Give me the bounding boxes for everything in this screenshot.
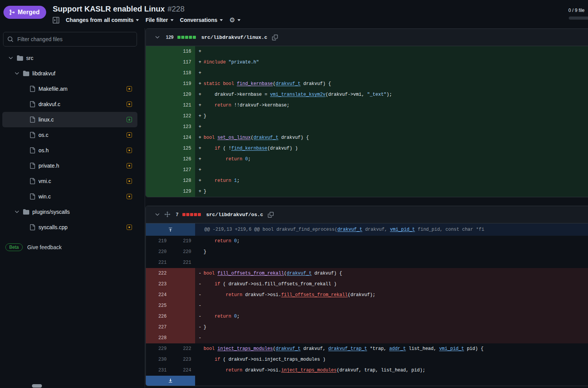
line-number-new[interactable] [170, 322, 195, 333]
expand-row [146, 376, 588, 386]
tree-file-private.h[interactable]: private.h [2, 158, 137, 173]
line-number-new[interactable]: 219 [170, 236, 195, 246]
diff-sign: + [195, 122, 204, 132]
line-number-old[interactable] [146, 132, 170, 143]
folder-icon [23, 70, 29, 77]
collapse-diff-button[interactable] [154, 34, 160, 40]
tree-folder-libdrakvuf[interactable]: libdrakvuf [2, 66, 137, 81]
caret-down-icon [237, 19, 241, 23]
line-number-old[interactable] [146, 143, 170, 154]
line-number-old[interactable]: 229 [146, 343, 170, 354]
line-number-new[interactable]: 127 [170, 165, 195, 175]
line-number-new[interactable]: 123 [170, 122, 195, 132]
line-number-old[interactable] [146, 46, 170, 57]
line-number-new[interactable]: 221 [170, 257, 195, 268]
expand-up-button[interactable] [146, 223, 195, 236]
line-number-old[interactable]: 226 [146, 311, 170, 322]
line-number-old[interactable]: 221 [146, 257, 170, 268]
line-number-new[interactable]: 125 [170, 143, 195, 154]
diffstat-square [189, 36, 192, 39]
line-number-old[interactable]: 222 [146, 268, 170, 279]
diff-sign [195, 246, 204, 257]
diff-line-ctx: 219219 return 0; [146, 236, 588, 246]
copy-path-button[interactable] [271, 34, 279, 41]
copy-path-button[interactable] [267, 211, 274, 218]
diff-pane: 129 src/libdrakvuf/linux.c 116+117+#incl… [145, 28, 588, 388]
tree-item-label: os.h [38, 147, 48, 153]
code-text: return 0; [204, 311, 240, 322]
code-cell: + [195, 68, 588, 78]
diff-line-ctx: 229222bool inject_traps_modules(drakvuf_… [146, 343, 588, 354]
line-number-old[interactable]: 223 [146, 279, 170, 290]
line-number-old[interactable]: 231 [146, 365, 170, 376]
line-number-new[interactable]: 122 [170, 111, 195, 122]
tree-folder-src[interactable]: src [2, 50, 137, 66]
line-number-old[interactable]: 227 [146, 322, 170, 333]
diff-settings-dropdown[interactable]: ⚙ [229, 16, 241, 24]
tree-folder-plugins/syscalls[interactable]: plugins/syscalls [2, 204, 137, 220]
line-number-new[interactable]: 129 [170, 186, 195, 197]
line-number-new[interactable]: 222 [170, 343, 195, 354]
line-number-new[interactable] [170, 290, 195, 300]
line-number-old[interactable]: 228 [146, 333, 170, 343]
line-number-new[interactable]: 126 [170, 154, 195, 165]
pr-title: Support KASLR enabled Linux#228 [53, 4, 588, 13]
line-number-old[interactable] [146, 122, 170, 132]
line-number-old[interactable]: 230 [146, 354, 170, 365]
line-number-old[interactable] [146, 111, 170, 122]
horizontal-scrollbar-thumb[interactable] [32, 384, 42, 388]
line-number-old[interactable] [146, 100, 170, 111]
tree-file-linux.c[interactable]: linux.c+ [2, 112, 137, 127]
line-number-new[interactable]: 116 [170, 46, 195, 57]
tree-file-vmi.c[interactable]: vmi.c [2, 173, 137, 189]
collapse-diff-button[interactable] [154, 211, 160, 218]
line-number-old[interactable]: 225 [146, 300, 170, 311]
file-status-modified-icon [127, 178, 132, 184]
tree-file-win.c[interactable]: win.c [2, 189, 137, 204]
expand-down-button[interactable] [146, 376, 195, 386]
line-number-new[interactable]: 120 [170, 89, 195, 100]
line-number-new[interactable] [170, 279, 195, 290]
collapse-file-tree-button[interactable] [53, 17, 59, 23]
line-number-new[interactable] [170, 268, 195, 279]
line-number-old[interactable]: 219 [146, 236, 170, 246]
line-number-old[interactable] [146, 175, 170, 186]
file-filter-dropdown[interactable]: File filter [145, 17, 173, 23]
line-number-new[interactable] [170, 300, 195, 311]
diff-line-del: 228- [146, 333, 588, 343]
line-number-new[interactable]: 224 [170, 365, 195, 376]
give-feedback-link[interactable]: Give feedback [27, 244, 62, 250]
line-number-old[interactable] [146, 165, 170, 175]
line-number-old[interactable] [146, 57, 170, 68]
changes-from-dropdown[interactable]: Changes fromall commits [66, 17, 139, 23]
tree-file-os.c[interactable]: os.c [2, 127, 137, 143]
line-number-new[interactable]: 128 [170, 175, 195, 186]
line-number-new[interactable]: 223 [170, 354, 195, 365]
line-number-new[interactable] [170, 333, 195, 343]
tree-file-os.h[interactable]: os.h [2, 143, 137, 158]
line-number-new[interactable] [170, 311, 195, 322]
line-number-new[interactable]: 220 [170, 246, 195, 257]
code-cell: +static bool find_kernbase(drakvuf_t dra… [195, 78, 588, 89]
drag-handle-icon[interactable] [164, 211, 170, 218]
line-number-new[interactable]: 124 [170, 132, 195, 143]
line-number-old[interactable]: 220 [146, 246, 170, 257]
file-filter-input[interactable] [3, 32, 137, 47]
line-number-old[interactable] [146, 89, 170, 100]
diff-sign [195, 354, 204, 365]
line-number-old[interactable] [146, 78, 170, 89]
line-number-new[interactable]: 117 [170, 57, 195, 68]
code-cell: bool inject_traps_modules(drakvuf_t drak… [195, 343, 588, 354]
line-number-new[interactable]: 119 [170, 78, 195, 89]
line-number-old[interactable] [146, 186, 170, 197]
line-number-new[interactable]: 118 [170, 68, 195, 78]
tree-file-drakvuf.c[interactable]: drakvuf.c [2, 97, 137, 112]
line-number-old[interactable] [146, 154, 170, 165]
conversations-dropdown[interactable]: Conversations [180, 17, 223, 23]
line-number-new[interactable]: 121 [170, 100, 195, 111]
code-cell: -bool fill_offsets_from_rekall(drakvuf_t… [195, 268, 588, 279]
line-number-old[interactable] [146, 68, 170, 78]
line-number-old[interactable]: 224 [146, 290, 170, 300]
tree-file-Makefile.am[interactable]: Makefile.am [2, 81, 137, 97]
tree-file-syscalls.cpp[interactable]: syscalls.cpp [2, 220, 137, 235]
